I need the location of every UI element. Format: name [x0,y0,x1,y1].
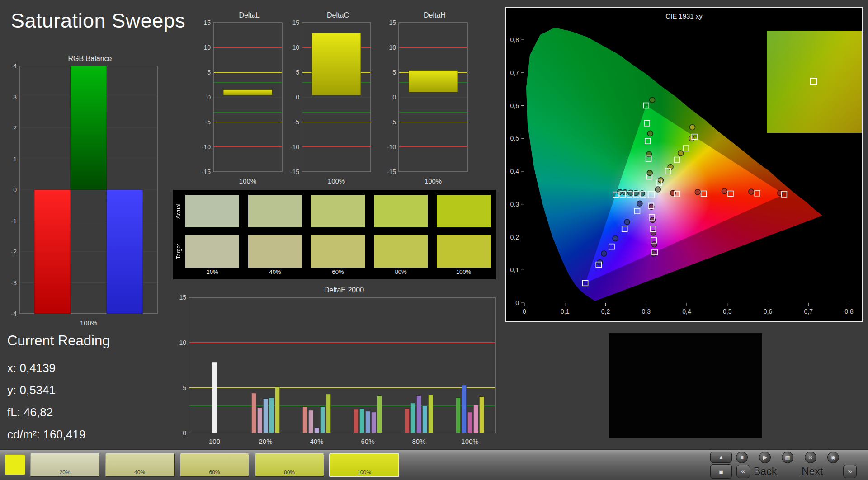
deltae-bar [269,398,274,433]
y-tick-label: 15 [179,295,186,301]
y-tick-label: 0,6 [510,102,519,109]
x-label: 100% [80,319,97,327]
y-tick-label: -10 [290,143,299,151]
deltae-bar [480,397,484,433]
deltae-bar [468,412,472,433]
y-tick-label: 0 [296,94,299,101]
delta-e-plot: 15105010020%40%60%80%100% [177,295,499,448]
deltae-bar [372,412,376,433]
loop-button[interactable]: ∞ [805,452,816,463]
x-category-label: 20% [259,438,272,445]
y-tick-label: 0,5 [510,135,519,142]
target-point [683,146,689,151]
y-tick-label: 10 [203,44,211,51]
saturation-patch-60%[interactable]: 60% [180,453,249,477]
y-tick-label: 0 [207,94,211,101]
delta-c-title: DeltaC [286,11,374,20]
target-point [728,191,733,196]
collapse-toolbar-button[interactable]: ▲ [710,452,732,463]
stop-icon: ■ [740,454,743,461]
measured-point [651,230,656,235]
x-tick-label: 0,6 [764,308,773,315]
y-tick-label: 0,1 [510,266,519,273]
y-tick-label: 5 [183,384,186,391]
y-tick-label: 0,3 [510,201,519,208]
y-tick-label: 5 [207,69,211,76]
measured-point [678,151,684,156]
bottom-toolbar: 20%40%60%80%100% ▲ ■ ■ ▶ ▦ ∞ ◉ « Back Ne… [0,449,868,480]
deltae-bar [315,428,319,433]
saturation-patch-100%[interactable]: 100% [330,453,399,477]
deltae-bar [366,411,370,433]
saturation-patch-40%[interactable]: 40% [105,453,175,477]
swatch-col-label: 100% [437,268,491,275]
measured-point [651,242,657,247]
target-swatch-100% [437,235,491,268]
stop-measurement-button[interactable]: ■ [710,464,732,479]
x-category-label: 100% [461,438,478,445]
y-tick-label: -5 [294,118,300,126]
play-button[interactable]: ▶ [759,452,771,463]
measured-point [655,187,660,192]
y-tick-label: 1 [13,155,17,163]
saturation-patch-80%[interactable]: 80% [255,453,324,477]
play-icon: ▶ [763,454,767,461]
cie-title: CIE 1931 xy [506,12,862,21]
saturation-patch-20%[interactable]: 20% [30,453,99,477]
delta-bar [223,90,272,95]
deltae-bar [212,362,217,433]
patch-label: 80% [255,469,324,475]
rgb-balance-plot: 43210-1-2-3-4100% [6,63,160,330]
y-tick-label: -3 [11,279,17,287]
current-reading-panel: Current Reading x: 0,4139 y: 0,5341 fL: … [7,333,110,446]
deltae-bar [405,409,410,433]
y-tick-label: 4 [13,63,17,70]
y-tick-label: -15 [387,168,396,175]
reading-x: x: 0,4139 [7,357,110,379]
stop-button[interactable]: ■ [736,452,748,463]
measured-point [647,170,652,176]
swatch-col-label: 40% [248,268,302,275]
y-tick-label: 0 [13,186,17,193]
actual-swatch-80% [374,195,428,227]
y-tick-label: 15 [389,20,396,26]
y-tick-label: 0 [392,94,396,101]
chevrons-right-icon: » [848,467,852,476]
target-point [674,157,679,163]
y-tick-label: -15 [202,168,211,175]
x-tick-label: 0,8 [844,308,854,315]
meter-button[interactable]: ◉ [827,452,839,463]
actual-swatch-60% [311,195,365,227]
swatch-col-label: 20% [185,268,239,275]
y-tick-label: 0,4 [510,168,519,175]
y-tick-label: 2 [13,124,17,132]
deltae-bar [377,396,382,433]
page-title: Saturation Sweeps [11,9,185,33]
deltae-bar [354,409,359,433]
deltae-bar [252,393,256,433]
chevrons-left-icon: « [741,467,745,476]
back-button[interactable]: Back [754,466,777,478]
current-reading-title: Current Reading [7,333,110,349]
measured-point [690,125,695,130]
target-swatch-80% [374,235,428,268]
target-point [648,192,655,198]
x-category-label: 80% [412,438,425,445]
previous-page-button[interactable]: « [736,465,750,478]
measured-point [624,219,630,225]
measured-point [695,189,700,195]
y-tick-label: -5 [205,118,211,126]
current-point-marker [810,78,817,85]
next-button[interactable]: Next [802,466,823,478]
blue-bar [107,190,143,314]
plot-border [189,297,495,433]
rgb-balance-title: RGB Balance [6,54,160,63]
deltae-bar [417,396,421,433]
pattern-button[interactable]: ▦ [782,452,793,463]
y-tick-label: 5 [392,69,396,76]
y-tick-label: 0,7 [510,69,519,76]
next-page-button[interactable]: » [843,465,857,478]
delta-l-plot: 151050-5-10-15100% [197,20,285,188]
y-tick-label: 10 [292,44,299,51]
measured-point [777,190,783,196]
